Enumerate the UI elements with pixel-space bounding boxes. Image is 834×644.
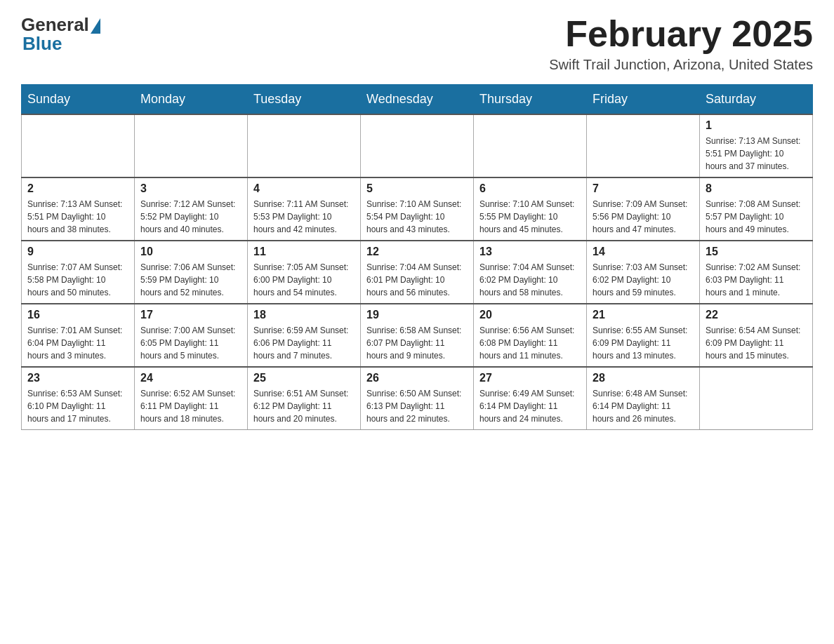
day-info: Sunrise: 6:56 AM Sunset: 6:08 PM Dayligh… xyxy=(479,324,581,362)
day-number: 7 xyxy=(593,182,694,195)
day-number: 8 xyxy=(706,182,807,195)
week-row-4: 16Sunrise: 7:01 AM Sunset: 6:04 PM Dayli… xyxy=(22,304,813,367)
day-cell xyxy=(361,114,474,177)
day-cell: 11Sunrise: 7:05 AM Sunset: 6:00 PM Dayli… xyxy=(248,241,361,304)
day-number: 2 xyxy=(27,182,128,195)
day-cell: 2Sunrise: 7:13 AM Sunset: 5:51 PM Daylig… xyxy=(22,177,135,241)
day-number: 3 xyxy=(140,182,241,195)
day-number: 25 xyxy=(253,372,355,384)
day-info: Sunrise: 7:06 AM Sunset: 5:59 PM Dayligh… xyxy=(140,261,241,299)
day-info: Sunrise: 7:00 AM Sunset: 6:05 PM Dayligh… xyxy=(140,324,241,362)
day-cell: 26Sunrise: 6:50 AM Sunset: 6:13 PM Dayli… xyxy=(361,367,474,430)
day-cell: 5Sunrise: 7:10 AM Sunset: 5:54 PM Daylig… xyxy=(361,177,474,241)
day-number: 28 xyxy=(593,372,694,384)
day-info: Sunrise: 6:50 AM Sunset: 6:13 PM Dayligh… xyxy=(366,387,468,425)
day-cell: 17Sunrise: 7:00 AM Sunset: 6:05 PM Dayli… xyxy=(135,304,248,367)
day-cell xyxy=(248,114,361,177)
day-info: Sunrise: 7:08 AM Sunset: 5:57 PM Dayligh… xyxy=(706,198,807,236)
day-cell: 13Sunrise: 7:04 AM Sunset: 6:02 PM Dayli… xyxy=(474,241,587,304)
day-number: 26 xyxy=(366,372,468,384)
day-cell: 8Sunrise: 7:08 AM Sunset: 5:57 PM Daylig… xyxy=(700,177,813,241)
calendar-table: Sunday Monday Tuesday Wednesday Thursday… xyxy=(21,84,813,430)
day-info: Sunrise: 7:11 AM Sunset: 5:53 PM Dayligh… xyxy=(253,198,355,236)
day-cell: 18Sunrise: 6:59 AM Sunset: 6:06 PM Dayli… xyxy=(248,304,361,367)
day-number: 14 xyxy=(593,246,694,258)
day-number: 15 xyxy=(706,246,807,258)
header-tuesday: Tuesday xyxy=(248,85,361,115)
day-number: 23 xyxy=(27,372,128,384)
logo: General Blue xyxy=(21,14,100,55)
title-section: February 2025 Swift Trail Junction, Ariz… xyxy=(549,14,813,73)
day-info: Sunrise: 7:02 AM Sunset: 6:03 PM Dayligh… xyxy=(706,261,807,299)
day-info: Sunrise: 7:10 AM Sunset: 5:55 PM Dayligh… xyxy=(479,198,581,236)
day-cell xyxy=(135,114,248,177)
week-row-3: 9Sunrise: 7:07 AM Sunset: 5:58 PM Daylig… xyxy=(22,241,813,304)
day-number: 5 xyxy=(366,182,468,195)
day-info: Sunrise: 7:04 AM Sunset: 6:01 PM Dayligh… xyxy=(366,261,468,299)
day-cell: 12Sunrise: 7:04 AM Sunset: 6:01 PM Dayli… xyxy=(361,241,474,304)
logo-blue-text: Blue xyxy=(22,33,62,55)
logo-triangle-icon xyxy=(91,18,100,34)
month-title: February 2025 xyxy=(549,14,813,54)
day-info: Sunrise: 7:03 AM Sunset: 6:02 PM Dayligh… xyxy=(593,261,694,299)
day-cell: 1Sunrise: 7:13 AM Sunset: 5:51 PM Daylig… xyxy=(700,114,813,177)
day-cell: 23Sunrise: 6:53 AM Sunset: 6:10 PM Dayli… xyxy=(22,367,135,430)
header: General Blue February 2025 Swift Trail J… xyxy=(21,14,813,73)
day-info: Sunrise: 6:52 AM Sunset: 6:11 PM Dayligh… xyxy=(140,387,241,425)
day-cell: 7Sunrise: 7:09 AM Sunset: 5:56 PM Daylig… xyxy=(587,177,700,241)
day-info: Sunrise: 6:51 AM Sunset: 6:12 PM Dayligh… xyxy=(253,387,355,425)
day-cell: 16Sunrise: 7:01 AM Sunset: 6:04 PM Dayli… xyxy=(22,304,135,367)
header-saturday: Saturday xyxy=(700,85,813,115)
day-info: Sunrise: 7:13 AM Sunset: 5:51 PM Dayligh… xyxy=(27,198,128,236)
day-number: 12 xyxy=(366,246,468,258)
day-info: Sunrise: 6:59 AM Sunset: 6:06 PM Dayligh… xyxy=(253,324,355,362)
day-info: Sunrise: 7:12 AM Sunset: 5:52 PM Dayligh… xyxy=(140,198,241,236)
header-monday: Monday xyxy=(135,85,248,115)
day-number: 11 xyxy=(253,246,355,258)
day-info: Sunrise: 6:49 AM Sunset: 6:14 PM Dayligh… xyxy=(479,387,581,425)
day-info: Sunrise: 7:07 AM Sunset: 5:58 PM Dayligh… xyxy=(27,261,128,299)
week-row-1: 1Sunrise: 7:13 AM Sunset: 5:51 PM Daylig… xyxy=(22,114,813,177)
day-cell: 28Sunrise: 6:48 AM Sunset: 6:14 PM Dayli… xyxy=(587,367,700,430)
day-info: Sunrise: 7:05 AM Sunset: 6:00 PM Dayligh… xyxy=(253,261,355,299)
location-title: Swift Trail Junction, Arizona, United St… xyxy=(549,57,813,73)
day-info: Sunrise: 6:48 AM Sunset: 6:14 PM Dayligh… xyxy=(593,387,694,425)
day-number: 22 xyxy=(706,309,807,321)
day-number: 21 xyxy=(593,309,694,321)
day-info: Sunrise: 7:04 AM Sunset: 6:02 PM Dayligh… xyxy=(479,261,581,299)
day-number: 9 xyxy=(27,246,128,258)
day-info: Sunrise: 7:10 AM Sunset: 5:54 PM Dayligh… xyxy=(366,198,468,236)
day-cell: 15Sunrise: 7:02 AM Sunset: 6:03 PM Dayli… xyxy=(700,241,813,304)
day-info: Sunrise: 6:55 AM Sunset: 6:09 PM Dayligh… xyxy=(593,324,694,362)
day-number: 24 xyxy=(140,372,241,384)
day-cell: 25Sunrise: 6:51 AM Sunset: 6:12 PM Dayli… xyxy=(248,367,361,430)
day-info: Sunrise: 7:13 AM Sunset: 5:51 PM Dayligh… xyxy=(706,135,807,173)
day-number: 16 xyxy=(27,309,128,321)
day-cell: 9Sunrise: 7:07 AM Sunset: 5:58 PM Daylig… xyxy=(22,241,135,304)
day-cell: 24Sunrise: 6:52 AM Sunset: 6:11 PM Dayli… xyxy=(135,367,248,430)
day-cell: 6Sunrise: 7:10 AM Sunset: 5:55 PM Daylig… xyxy=(474,177,587,241)
header-sunday: Sunday xyxy=(22,85,135,115)
day-number: 27 xyxy=(479,372,581,384)
day-number: 20 xyxy=(479,309,581,321)
weekday-header-row: Sunday Monday Tuesday Wednesday Thursday… xyxy=(22,85,813,115)
day-number: 13 xyxy=(479,246,581,258)
day-cell: 4Sunrise: 7:11 AM Sunset: 5:53 PM Daylig… xyxy=(248,177,361,241)
week-row-2: 2Sunrise: 7:13 AM Sunset: 5:51 PM Daylig… xyxy=(22,177,813,241)
day-cell: 27Sunrise: 6:49 AM Sunset: 6:14 PM Dayli… xyxy=(474,367,587,430)
day-cell: 19Sunrise: 6:58 AM Sunset: 6:07 PM Dayli… xyxy=(361,304,474,367)
day-number: 1 xyxy=(706,119,807,132)
day-info: Sunrise: 6:58 AM Sunset: 6:07 PM Dayligh… xyxy=(366,324,468,362)
day-number: 6 xyxy=(479,182,581,195)
day-info: Sunrise: 7:09 AM Sunset: 5:56 PM Dayligh… xyxy=(593,198,694,236)
header-thursday: Thursday xyxy=(474,85,587,115)
day-cell: 3Sunrise: 7:12 AM Sunset: 5:52 PM Daylig… xyxy=(135,177,248,241)
day-cell: 14Sunrise: 7:03 AM Sunset: 6:02 PM Dayli… xyxy=(587,241,700,304)
day-info: Sunrise: 7:01 AM Sunset: 6:04 PM Dayligh… xyxy=(27,324,128,362)
day-number: 19 xyxy=(366,309,468,321)
day-number: 17 xyxy=(140,309,241,321)
day-cell: 22Sunrise: 6:54 AM Sunset: 6:09 PM Dayli… xyxy=(700,304,813,367)
week-row-5: 23Sunrise: 6:53 AM Sunset: 6:10 PM Dayli… xyxy=(22,367,813,430)
day-number: 4 xyxy=(253,182,355,195)
day-cell: 20Sunrise: 6:56 AM Sunset: 6:08 PM Dayli… xyxy=(474,304,587,367)
